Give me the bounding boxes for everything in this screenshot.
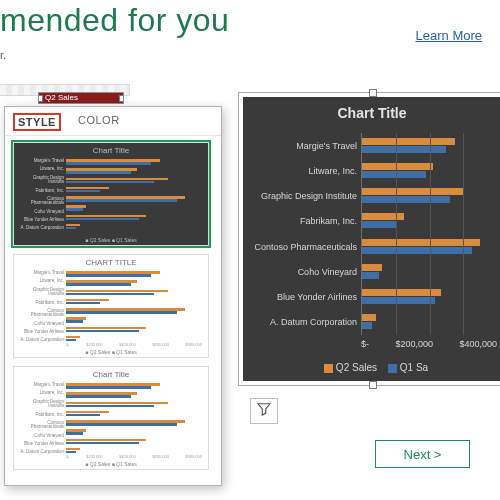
thumb-bars bbox=[66, 159, 202, 231]
tab-style[interactable]: STYLE bbox=[13, 113, 61, 131]
thumb-legend: ■ Q2 Sales ■ Q1 Sales bbox=[14, 461, 208, 467]
chart-title: Chart Title bbox=[243, 97, 500, 127]
chart-x-axis: $-$200,000$400,000 bbox=[361, 339, 497, 349]
chart-selection-handle[interactable]: Q2 Sales bbox=[38, 92, 124, 104]
style-thumbnails: Chart Title Margie's TravelLitware, Inc.… bbox=[5, 136, 221, 474]
thumb-ylabels: Margie's TravelLitware, Inc.Graphic Desi… bbox=[18, 159, 64, 231]
thumb-title: Chart Title bbox=[14, 367, 208, 379]
chart-category-labels: Margie's TravelLitware, Inc.Graphic Desi… bbox=[245, 133, 357, 335]
thumb-legend: ■ Q2 Sales ■ Q1 Sales bbox=[14, 349, 208, 355]
thumb-bars bbox=[66, 271, 202, 343]
thumb-legend: ■ Q2 Sales ■ Q1 Sales bbox=[14, 237, 208, 243]
thumb-title: CHART TITLE bbox=[14, 255, 208, 267]
learn-more-link[interactable]: Learn More bbox=[416, 28, 482, 43]
style-thumb-1[interactable]: Chart Title Margie's TravelLitware, Inc.… bbox=[13, 142, 209, 246]
thumb-axis: $-$200,000$400,000$600,000$800,000 bbox=[66, 342, 202, 347]
style-thumb-2[interactable]: CHART TITLE Margie's TravelLitware, Inc.… bbox=[13, 254, 209, 358]
funnel-icon bbox=[257, 402, 271, 420]
legend-swatch-q2 bbox=[324, 364, 333, 373]
thumb-ylabels: Margie's TravelLitware, Inc.Graphic Desi… bbox=[18, 383, 64, 455]
chart-style-panel: STYLE COLOR Chart Title Margie's TravelL… bbox=[4, 106, 222, 486]
tab-color[interactable]: COLOR bbox=[75, 113, 123, 131]
legend-label-q1: Q1 Sa bbox=[400, 362, 428, 373]
thumb-ylabels: Margie's TravelLitware, Inc.Graphic Desi… bbox=[18, 271, 64, 343]
chart-filter-button[interactable] bbox=[250, 398, 278, 424]
legend-swatch-q1 bbox=[388, 364, 397, 373]
thumb-axis: $-$200,000$400,000$600,000$800,000 bbox=[66, 454, 202, 459]
thumb-bars bbox=[66, 383, 202, 455]
next-button[interactable]: Next > bbox=[375, 440, 470, 468]
chart-legend: Q2 Sales Q1 Sa bbox=[243, 362, 500, 373]
style-thumb-3[interactable]: Chart Title Margie's TravelLitware, Inc.… bbox=[13, 366, 209, 470]
thumb-title: Chart Title bbox=[14, 143, 208, 155]
page-subtitle: r. bbox=[0, 49, 500, 61]
chart-plot-area bbox=[361, 133, 497, 335]
style-panel-tabs: STYLE COLOR bbox=[5, 107, 221, 136]
legend-label-q2: Q2 Sales bbox=[336, 362, 377, 373]
chart-preview[interactable]: Chart Title Margie's TravelLitware, Inc.… bbox=[238, 92, 500, 386]
chart-canvas: Chart Title Margie's TravelLitware, Inc.… bbox=[243, 97, 500, 381]
